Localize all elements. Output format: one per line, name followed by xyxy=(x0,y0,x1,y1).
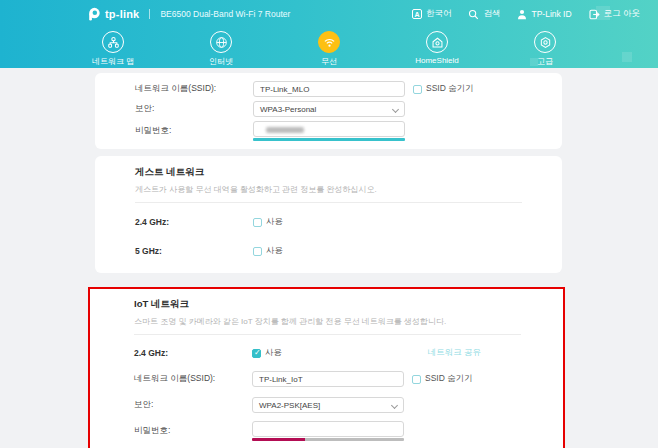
iot-section-title: IoT 네트워크 xyxy=(134,298,521,311)
password-label: 비밀번호: xyxy=(135,125,253,137)
guest-24ghz-row: 2.4 GHz: 사용 xyxy=(135,212,522,232)
language-label: 한국어 xyxy=(426,8,452,20)
top-bar: tp-link BE6500 Dual-Band Wi-Fi 7 Router … xyxy=(0,0,658,28)
iot-24ghz-row: 2.4 GHz: 사용 네트워크 공유 xyxy=(134,343,521,363)
security-row: 보안: WPA3-Personal xyxy=(135,99,522,119)
ssid-label: 네트워크 이름(SSID): xyxy=(135,83,253,95)
router-model: BE6500 Dual-Band Wi-Fi 7 Router xyxy=(160,9,290,19)
ssid-input[interactable] xyxy=(253,81,405,97)
tab-homeshield[interactable]: HomeShield xyxy=(405,31,469,68)
guest-24ghz-enable-wrap[interactable]: 사용 xyxy=(253,216,283,228)
tab-advanced[interactable]: 고급 xyxy=(513,31,577,68)
hide-ssid-checkbox-wrap[interactable]: SSID 숨기기 xyxy=(413,83,474,95)
iot-network-card: IoT 네트워크 스마트 조명 및 카메라와 같은 IoT 장치를 함께 관리할… xyxy=(90,289,563,448)
tplink-id-label: TP-Link ID xyxy=(531,9,571,19)
search-icon xyxy=(468,9,479,20)
tab-label: 무선 xyxy=(321,56,337,67)
header-pixel-decoration xyxy=(596,6,610,20)
guest-24ghz-enable-checkbox[interactable] xyxy=(253,218,262,227)
main-nav: 네트워크 맵 인터넷 무선 xyxy=(0,28,658,68)
wireless-settings-card: 네트워크 이름(SSID): SSID 숨기기 보안: WPA3-Persona… xyxy=(95,73,562,149)
iot-password-strength-bar xyxy=(252,438,404,441)
guest-24ghz-enable-label: 사용 xyxy=(266,216,283,228)
password-row: 비밀번호: xyxy=(135,121,522,141)
tab-label: 고급 xyxy=(537,56,553,67)
guest-section-description: 게스트가 사용할 무선 대역을 활성화하고 관련 정보를 완성하십시오. xyxy=(135,184,522,203)
iot-password-label: 비밀번호: xyxy=(134,425,252,437)
internet-icon xyxy=(210,31,232,53)
language-icon xyxy=(412,9,422,19)
tab-internet[interactable]: 인터넷 xyxy=(189,31,253,68)
guest-24ghz-label: 2.4 GHz: xyxy=(135,217,253,227)
iot-24ghz-enable-wrap[interactable]: 사용 xyxy=(252,347,282,359)
iot-hide-ssid-label: SSID 숨기기 xyxy=(425,373,473,385)
iot-hide-ssid-checkbox-wrap[interactable]: SSID 숨기기 xyxy=(412,373,473,385)
security-selected-value: WPA3-Personal xyxy=(260,105,316,114)
iot-password-row: 비밀번호: xyxy=(134,421,521,441)
app-header: tp-link BE6500 Dual-Band Wi-Fi 7 Router … xyxy=(0,0,658,68)
guest-5ghz-row: 5 GHz: 사용 xyxy=(135,241,522,261)
chevron-down-icon xyxy=(391,402,398,409)
tplink-id-menu-item[interactable]: TP-Link ID xyxy=(517,9,571,20)
tp-link-logo-icon xyxy=(86,7,101,22)
password-value-obscured xyxy=(266,127,304,133)
tab-label: 네트워크 맵 xyxy=(92,56,134,67)
tab-wireless[interactable]: 무선 xyxy=(297,31,361,68)
guest-5ghz-enable-checkbox[interactable] xyxy=(253,247,262,256)
iot-security-label: 보안: xyxy=(134,399,252,411)
iot-security-row: 보안: WPA2-PSK[AES] xyxy=(134,395,521,415)
iot-24ghz-label: 2.4 GHz: xyxy=(134,348,252,358)
hide-ssid-checkbox[interactable] xyxy=(413,85,422,94)
iot-ssid-row: 네트워크 이름(SSID): SSID 숨기기 xyxy=(134,369,521,389)
wireless-icon xyxy=(318,31,340,53)
iot-section-description: 스마트 조명 및 카메라와 같은 IoT 장치를 함께 관리할 전용 무선 네트… xyxy=(134,316,521,335)
network-share-link[interactable]: 네트워크 공유 xyxy=(428,347,481,359)
advanced-icon xyxy=(534,31,556,53)
security-select[interactable]: WPA3-Personal xyxy=(253,101,405,117)
iot-24ghz-enable-checkbox[interactable] xyxy=(252,349,261,358)
brand-name: tp-link xyxy=(105,8,139,20)
network-map-icon xyxy=(102,31,124,53)
iot-ssid-input[interactable] xyxy=(252,371,404,387)
header-pixel-decoration xyxy=(622,52,632,62)
iot-security-selected-value: WPA2-PSK[AES] xyxy=(259,401,320,410)
header-pixel-decoration xyxy=(530,58,538,66)
tab-label: HomeShield xyxy=(415,56,459,65)
user-icon xyxy=(517,9,527,20)
search-menu-item[interactable]: 검색 xyxy=(468,8,500,20)
iot-password-input[interactable] xyxy=(252,421,404,437)
guest-5ghz-enable-wrap[interactable]: 사용 xyxy=(253,245,283,257)
guest-5ghz-label: 5 GHz: xyxy=(135,246,253,256)
main-content: 네트워크 이름(SSID): SSID 숨기기 보안: WPA3-Persona… xyxy=(0,68,658,448)
iot-24ghz-enable-label: 사용 xyxy=(265,347,282,359)
search-label: 검색 xyxy=(483,8,500,20)
iot-highlight-region: IoT 네트워크 스마트 조명 및 카메라와 같은 IoT 장치를 함께 관리할… xyxy=(88,287,565,448)
brand: tp-link BE6500 Dual-Band Wi-Fi 7 Router xyxy=(86,7,290,22)
iot-ssid-label: 네트워크 이름(SSID): xyxy=(134,373,252,385)
iot-security-select[interactable]: WPA2-PSK[AES] xyxy=(252,397,404,413)
ssid-row: 네트워크 이름(SSID): SSID 숨기기 xyxy=(135,79,522,99)
password-strength-bar xyxy=(253,138,405,141)
tab-network-map[interactable]: 네트워크 맵 xyxy=(81,31,145,68)
brand-divider xyxy=(149,9,150,19)
guest-section-title: 게스트 네트워크 xyxy=(135,166,522,179)
homeshield-icon xyxy=(426,31,448,53)
iot-hide-ssid-checkbox[interactable] xyxy=(412,375,421,384)
security-label: 보안: xyxy=(135,103,253,115)
language-menu-item[interactable]: 한국어 xyxy=(412,8,452,20)
guest-network-card: 게스트 네트워크 게스트가 사용할 무선 대역을 활성화하고 관련 정보를 완성… xyxy=(95,156,562,273)
chevron-down-icon xyxy=(392,106,399,113)
hide-ssid-label: SSID 숨기기 xyxy=(426,83,474,95)
guest-5ghz-enable-label: 사용 xyxy=(266,245,283,257)
tab-label: 인터넷 xyxy=(209,56,233,67)
password-input[interactable] xyxy=(253,121,405,137)
